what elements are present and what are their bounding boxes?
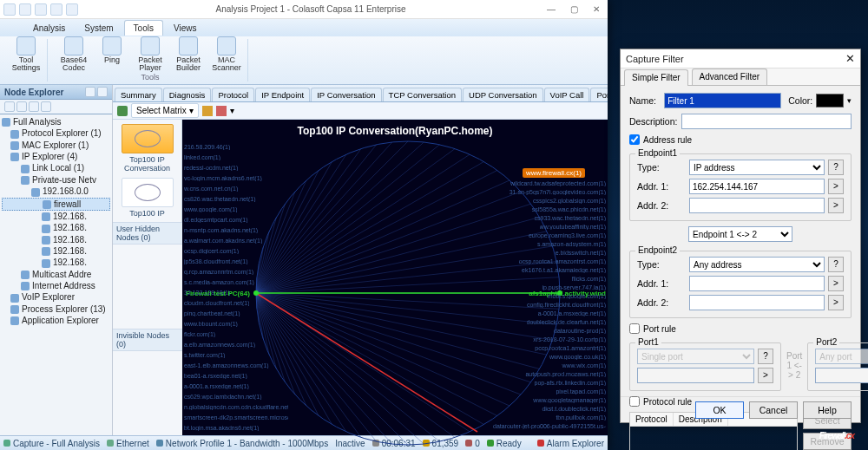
tree-item[interactable]: Private-use Netv <box>2 174 110 186</box>
node-label: vc-login.mcm.akadns6.net(1) <box>184 175 262 181</box>
tree-item[interactable]: 192.168.0.0 <box>2 186 110 197</box>
expand-icon[interactable] <box>4 101 15 112</box>
status-adapter[interactable]: Ethernet <box>107 439 149 448</box>
chevron-down-icon[interactable]: ▾ <box>847 96 852 105</box>
tab-ip-conversation[interactable]: IP Conversation <box>311 88 381 101</box>
ribbon-tab-tools[interactable]: Tools <box>124 20 163 36</box>
more-button[interactable]: > <box>828 179 844 194</box>
tree-item[interactable]: VoIP Explorer <box>2 291 110 303</box>
ep2-addr1-input[interactable] <box>689 276 825 291</box>
node-label: ping.chartbeat.net(1) <box>184 310 240 316</box>
tree-item[interactable]: MAC Explorer (1) <box>2 140 110 151</box>
select-matrix-dropdown[interactable]: Select Matrix▾ <box>131 103 199 118</box>
close-button[interactable]: ✕ <box>589 4 604 14</box>
cancel-button[interactable]: Cancel <box>749 401 798 419</box>
matrix-thumb[interactable]: Top100 IP <box>116 178 179 218</box>
direction-select[interactable]: Endpoint 1 <-> 2 <box>688 226 792 242</box>
tab-udp-conversation[interactable]: UDP Conversation <box>463 88 543 101</box>
close-icon[interactable]: ✕ <box>845 52 855 65</box>
tree-item[interactable]: Process Explorer (13) <box>2 303 110 315</box>
ep2-addr2-input[interactable] <box>689 295 825 310</box>
more-button[interactable]: > <box>828 198 844 213</box>
qat-button[interactable] <box>3 3 16 16</box>
chevron-down-icon[interactable]: ▾ <box>230 106 234 115</box>
tab-port[interactable]: Port <box>590 88 608 101</box>
ep1-addr2-input[interactable] <box>689 198 825 213</box>
help-button[interactable]: ? <box>828 160 844 175</box>
color-label: Color: <box>788 95 812 106</box>
ping-button[interactable]: Ping <box>95 36 129 72</box>
ribbon-tabs: Analysis System Tools Views <box>0 19 608 36</box>
qat-button[interactable] <box>50 3 62 16</box>
help-button[interactable]: Help <box>803 401 852 419</box>
tab-voip-call[interactable]: VoIP Call <box>544 88 590 101</box>
tree-item[interactable]: Full Analysis <box>2 116 110 127</box>
matrix-visualization[interactable]: Top100 IP Conversation(RyanPC.home) Fire… <box>182 120 608 435</box>
color-picker[interactable] <box>816 94 844 108</box>
ep2-type-select[interactable]: Any address <box>689 257 825 272</box>
ep1-addr1-input[interactable] <box>689 179 825 194</box>
ribbon-tab-views[interactable]: Views <box>165 21 206 36</box>
ep1-type-select[interactable]: IP address <box>689 160 825 175</box>
node-label: pixel.tapad.com(1) <box>556 388 606 395</box>
port2-input <box>815 368 868 383</box>
more-button[interactable]: > <box>828 276 844 291</box>
matrix-thumb[interactable]: Top100 IP Conversation <box>116 124 179 173</box>
address-rule-checkbox[interactable] <box>629 134 640 145</box>
mac-scanner-button[interactable]: MAC Scanner <box>209 36 244 72</box>
name-input[interactable] <box>664 93 781 108</box>
tab-diagnosis[interactable]: Diagnosis <box>163 88 212 101</box>
panel-tool-icon[interactable] <box>85 87 95 97</box>
more-button[interactable]: > <box>828 295 844 310</box>
port-rule-checkbox[interactable] <box>629 323 640 334</box>
ribbon-tab-system[interactable]: System <box>76 21 122 36</box>
tree-item[interactable]: Multicast Addre <box>2 269 110 280</box>
tab-protocol[interactable]: Protocol <box>212 88 254 101</box>
status-capture[interactable]: Capture - Full Analysis <box>3 439 100 448</box>
codec-icon <box>64 36 83 55</box>
qat-button[interactable] <box>19 3 31 16</box>
tree-item[interactable]: Internet Address <box>2 280 110 291</box>
minimize-button[interactable]: — <box>543 4 559 14</box>
tree-item[interactable]: IP Explorer (4) <box>2 151 110 162</box>
tree-item[interactable]: 192.168. <box>2 234 110 245</box>
base64-codec-button[interactable]: Base64 Codec <box>56 36 91 72</box>
tool-icon[interactable] <box>216 106 227 116</box>
tree-item[interactable]: Protocol Explorer (1) <box>2 127 110 139</box>
ok-button[interactable]: OK <box>695 401 744 419</box>
maximize-button[interactable]: ▢ <box>566 4 582 14</box>
refresh-icon[interactable] <box>29 101 39 112</box>
packet-builder-button[interactable]: Packet Builder <box>171 36 206 72</box>
help-button[interactable]: ? <box>828 257 844 272</box>
tab-simple-filter[interactable]: Simple Filter <box>624 69 688 86</box>
tree-item[interactable]: 192.168. <box>2 245 110 257</box>
tab-tcp-conversation[interactable]: TCP Conversation <box>383 88 462 101</box>
panel-tool-icon[interactable] <box>97 87 108 97</box>
tab-advanced-filter[interactable]: Advanced Filter <box>692 68 767 85</box>
description-input[interactable] <box>681 114 852 129</box>
filter-icon[interactable] <box>41 101 51 112</box>
tree-item[interactable]: 192.168. <box>2 257 110 268</box>
tool-settings-button[interactable]: Tool Settings <box>9 36 43 72</box>
ribbon-tab-analysis[interactable]: Analysis <box>24 21 74 36</box>
node-tree[interactable]: Full AnalysisProtocol Explorer (1)MAC Ex… <box>0 114 112 435</box>
protocol-rule-checkbox[interactable] <box>629 396 640 407</box>
hidden-nodes-section[interactable]: User Hidden Nodes (0) <box>113 222 182 329</box>
collapse-icon[interactable] <box>16 101 27 112</box>
packet-player-button[interactable]: Packet Player <box>133 36 168 72</box>
port2-type-select: Any port <box>815 349 868 364</box>
node-label: bt.login.msa.akadns6.net(1) <box>184 425 259 431</box>
tree-item[interactable]: firewall <box>2 198 110 211</box>
tree-item[interactable]: Application Explorer <box>2 315 110 326</box>
tree-item[interactable]: 192.168. <box>2 211 110 222</box>
tab-ip-endpoint[interactable]: IP Endpoint <box>255 88 310 101</box>
invisible-nodes-section[interactable]: Invisible Nodes (0) <box>113 329 182 435</box>
tab-summary[interactable]: Summary <box>115 88 162 101</box>
tree-item[interactable]: 192.168. <box>2 222 110 233</box>
tool-icon[interactable] <box>202 106 213 116</box>
add-icon[interactable] <box>117 106 128 116</box>
svg-line-2 <box>256 293 559 309</box>
qat-button[interactable] <box>35 3 47 16</box>
qat-button[interactable] <box>66 3 78 16</box>
tree-item[interactable]: Link Local (1) <box>2 162 110 173</box>
